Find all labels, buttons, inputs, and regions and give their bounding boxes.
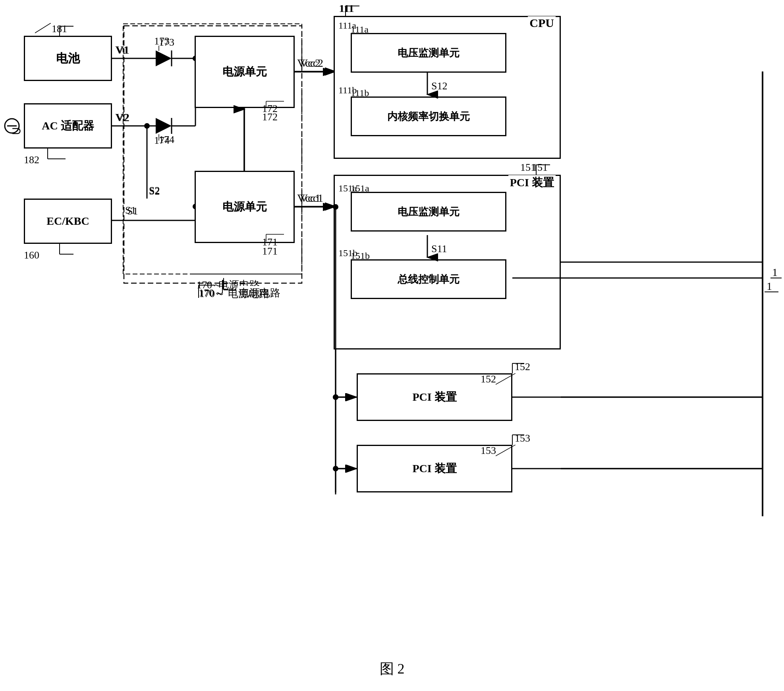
svg-marker-13 (156, 118, 172, 134)
power-circuit-ref: 170～ (199, 286, 224, 300)
svg-text:V1: V1 (115, 44, 129, 56)
bus-control-ref: 151b (351, 251, 370, 261)
ec-kbc-box: EC/KBC (24, 199, 112, 244)
pci-main-outer-box: PCI 装置 151 电压监测单元 151a 总线控制单元 151b (334, 175, 561, 349)
battery-box: 电池 (24, 36, 112, 81)
svg-line-56 (35, 23, 51, 33)
svg-text:Vcc2: Vcc2 (300, 57, 323, 69)
power-unit-top-box: 电源单元 (195, 36, 295, 108)
voltage-monitor-cpu-label: 电压监测单元 (398, 46, 460, 60)
ac-adapter-box: AC 适配器 (24, 103, 112, 149)
voltage-monitor-cpu-ref: 111a (351, 24, 369, 35)
voltage-monitor-pci-ref: 151a (351, 183, 369, 194)
svg-text:Vcc1: Vcc1 (300, 192, 323, 204)
ec-kbc-ref: 160 (24, 249, 39, 261)
ac-adapter-label: AC 适配器 (42, 118, 94, 133)
voltage-monitor-cpu-box: 电压监测单元 (351, 33, 506, 73)
svg-text:S2: S2 (149, 185, 160, 197)
caption-text: 图 2 (380, 661, 405, 677)
svg-text:V2: V2 (115, 111, 129, 124)
pci-device-3-label: PCI 装置 (412, 461, 456, 476)
svg-text:1: 1 (767, 280, 772, 292)
power-unit-top-ref: 172 (262, 111, 278, 123)
pci-device-3-ref: 153 (481, 445, 496, 457)
bus-control-label: 总线控制单元 (398, 272, 460, 286)
bus-control-box: 总线控制单元 (351, 259, 506, 299)
pci-main-ref: 151 (520, 162, 536, 174)
power-unit-bottom-box: 电源单元 (195, 171, 295, 243)
ac-adapter-ref: 182 (24, 154, 39, 166)
power-unit-bottom-label: 电源单元 (222, 199, 267, 214)
power-circuit-label: 电源电路 (238, 286, 282, 300)
plug-icon: ⊃ (11, 123, 22, 138)
svg-point-30 (144, 123, 150, 129)
battery-ref: 181 (52, 23, 67, 35)
ec-kbc-label: EC/KBC (46, 215, 89, 228)
svg-line-58 (496, 445, 516, 456)
svg-text:S1: S1 (127, 205, 138, 217)
svg-text:174: 174 (159, 134, 174, 145)
cpu-outer-box: CPU 111 电压监测单元 111a 内核频率切换单元 111b (334, 16, 561, 159)
voltage-monitor-pci-box: 电压监测单元 (351, 192, 506, 232)
core-freq-switch-box: 内核频率切换单元 (351, 97, 506, 136)
svg-marker-8 (156, 50, 172, 66)
svg-line-57 (496, 373, 516, 384)
cpu-label: CPU (528, 16, 556, 30)
figure-caption: 图 2 (0, 659, 784, 679)
core-freq-switch-label: 内核频率切换单元 (387, 110, 470, 124)
cpu-ref: 111 (339, 3, 353, 15)
voltage-monitor-pci-label: 电压监测单元 (398, 205, 460, 219)
battery-label: 电池 (56, 50, 80, 67)
pci-device-2-ref: 152 (481, 373, 496, 385)
power-unit-top-label: 电源单元 (222, 64, 267, 79)
pci-device-2-label: PCI 装置 (412, 390, 456, 405)
power-unit-bottom-ref: 171 (262, 245, 278, 257)
svg-text:173: 173 (159, 37, 174, 48)
core-freq-switch-ref: 111b (351, 88, 369, 98)
pci-main-label: PCI 装置 (508, 175, 556, 190)
diagram: V1 V2 173 174 Vcc2 (0, 0, 784, 691)
